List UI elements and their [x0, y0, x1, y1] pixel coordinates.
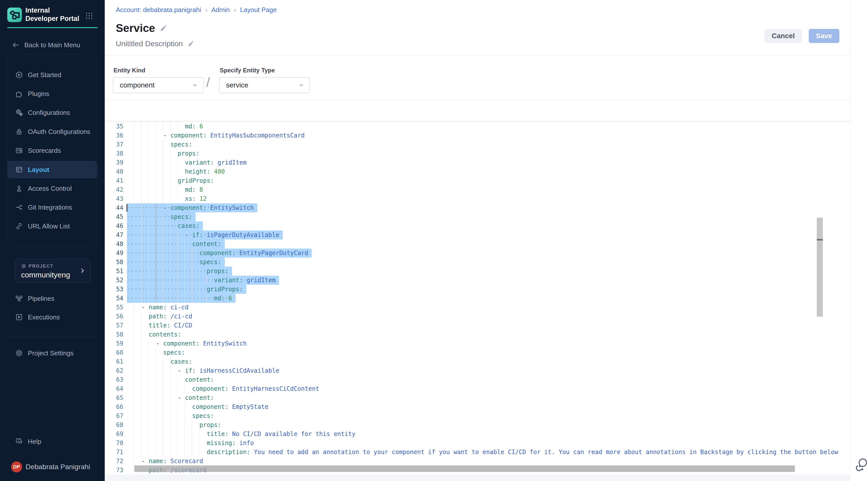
code-line[interactable]: 53······················gridProps:: [105, 285, 850, 294]
code-line[interactable]: 54························md:·6: [105, 294, 850, 303]
code-line[interactable]: 42 md: 8: [105, 185, 850, 194]
code-line[interactable]: 71 description: You need to add an annot…: [105, 448, 850, 457]
line-number: 46: [105, 221, 123, 231]
breadcrumb-separator-icon: ›: [205, 6, 208, 14]
sidebar-item-url-allow-list[interactable]: URL Allow List: [7, 217, 97, 236]
code-line[interactable]: 72 - name: Scorecard: [105, 457, 850, 466]
cancel-button[interactable]: Cancel: [765, 29, 802, 43]
line-number: 44: [105, 203, 123, 212]
code-line[interactable]: 64 component: EntityHarnessCiCdContent: [105, 384, 850, 393]
sidebar-item-project-settings[interactable]: Project Settings: [7, 344, 97, 362]
code-line[interactable]: 61 cases:: [105, 357, 850, 366]
code-line[interactable]: 47················-·if:·isPagerDutyAvail…: [105, 231, 850, 240]
code-line[interactable]: 51······················props:: [105, 267, 850, 276]
code-line[interactable]: 66 component: EmptyState: [105, 402, 850, 411]
breadcrumb-layout-page[interactable]: Layout Page: [240, 6, 277, 14]
line-number: 54: [105, 294, 123, 303]
code-line[interactable]: 63 content:: [105, 375, 850, 384]
user-name: Debabrata Panigrahi: [26, 463, 90, 471]
yaml-editor[interactable]: 35 md: 636 - component: EntityHasSubcomp…: [105, 121, 850, 475]
back-to-main-menu[interactable]: Back to Main Menu: [7, 39, 97, 51]
sidebar-divider: [7, 337, 97, 337]
code-line[interactable]: 39 variant: gridItem: [105, 158, 850, 167]
code-line[interactable]: 48··················content:: [105, 240, 850, 248]
svg-text:?: ?: [18, 439, 19, 442]
code-line[interactable]: 67 specs:: [105, 411, 850, 420]
code-line[interactable]: 37 specs:: [105, 140, 850, 149]
breadcrumb-admin[interactable]: Admin: [211, 6, 230, 14]
code-line[interactable]: 50····················specs:: [105, 258, 850, 267]
line-number: 60: [105, 348, 123, 357]
line-number: 52: [105, 276, 123, 285]
code-line[interactable]: 65 - content:: [105, 393, 850, 402]
sidebar-item-oauth-configurations[interactable]: OAuth Configurations: [7, 122, 97, 141]
edit-title-icon[interactable]: [160, 24, 167, 32]
code-line[interactable]: 49····················component:·EntityP…: [105, 248, 850, 258]
code-line[interactable]: 43 xs: 12: [105, 194, 850, 203]
page-description: Unititled Description: [116, 39, 183, 48]
edit-description-icon[interactable]: [187, 40, 194, 47]
line-number: 72: [105, 457, 123, 466]
user-menu[interactable]: DP Debabrata Panigrahi: [7, 461, 97, 473]
code-line[interactable]: 35 md: 6: [105, 122, 850, 131]
sidebar-item-label: Project Settings: [28, 349, 73, 357]
sidebar-item-executions[interactable]: Executions: [7, 308, 97, 326]
sidebar-item-help[interactable]: ? Help: [7, 432, 97, 451]
code-line[interactable]: 62 - if: isHarnessCiCdAvailable: [105, 366, 850, 375]
breadcrumb-account[interactable]: Account: debabrata.panigrahi: [116, 6, 201, 14]
line-number: 51: [105, 267, 123, 276]
sidebar-item-scorecards[interactable]: Scorecards: [7, 141, 97, 160]
line-number: 69: [105, 429, 123, 439]
code-line[interactable]: 69 title: No CI/CD available for this en…: [105, 429, 850, 439]
code-line[interactable]: 41 gridProps:: [105, 176, 850, 185]
sidebar-item-plugins[interactable]: Plugins: [7, 85, 97, 103]
sidebar-item-label: Help: [28, 438, 41, 446]
sidebar-item-access-control[interactable]: Access Control: [7, 179, 97, 198]
code-line[interactable]: 40 height: 400: [105, 167, 850, 176]
line-number: 47: [105, 231, 123, 240]
chevron-down-icon: [298, 82, 304, 88]
sidebar-item-label: Pipelines: [28, 295, 55, 303]
sidebar-item-configurations[interactable]: Configurations: [7, 103, 97, 122]
code-line[interactable]: 70 missing: info: [105, 439, 850, 448]
app-switcher-icon[interactable]: [85, 11, 93, 20]
code-line[interactable]: 60 specs:: [105, 348, 850, 357]
code-line[interactable]: 44··········-·component:·EntitySwitch: [105, 203, 850, 212]
code-line[interactable]: 57 title: CI/CD: [105, 321, 850, 330]
teal-divider: [7, 27, 97, 28]
horizontal-scrollbar[interactable]: [134, 465, 795, 472]
code-line[interactable]: 55 - name: ci-cd: [105, 303, 850, 312]
line-number: 40: [105, 167, 123, 176]
code-line[interactable]: 58 contents:: [105, 330, 850, 339]
project-selector[interactable]: PROJECT communityeng: [15, 259, 90, 282]
sidebar: Internal Developer Portal Back to Main M…: [0, 0, 105, 481]
vertical-scrollbar[interactable]: [817, 218, 823, 317]
sidebar-item-layout[interactable]: Layout: [7, 161, 97, 178]
entity-type-label: Specify Entity Type: [220, 67, 275, 74]
save-button[interactable]: Save: [809, 29, 839, 43]
code-line[interactable]: 59 - component: EntitySwitch: [105, 339, 850, 348]
text-cursor: [127, 204, 127, 212]
entity-type-select[interactable]: service: [219, 77, 310, 93]
support-chat-icon[interactable]: [855, 457, 868, 473]
code-line[interactable]: 38 props:: [105, 149, 850, 158]
entity-kind-select[interactable]: component: [113, 77, 204, 93]
plugin-icon: [15, 89, 23, 98]
project-name: communityeng: [21, 271, 70, 279]
code-line[interactable]: 45············specs:: [105, 212, 850, 221]
code-line[interactable]: 36 - component: EntityHasSubcomponentsCa…: [105, 131, 850, 140]
code-line[interactable]: 68 props:: [105, 420, 850, 429]
sidebar-item-git-integrations[interactable]: Git Integrations: [7, 198, 97, 217]
code-line[interactable]: 56 path: /ci-cd: [105, 312, 850, 321]
page-bottom-strip: [105, 475, 850, 481]
sidebar-item-label: Plugins: [28, 90, 49, 98]
panel-right-border: [850, 0, 850, 481]
line-number: 56: [105, 312, 123, 321]
line-number: 70: [105, 439, 123, 448]
active-indent-guide: [156, 203, 156, 303]
sidebar-item-get-started[interactable]: Get Started: [7, 66, 97, 84]
link-icon: [15, 222, 23, 231]
code-line[interactable]: 52························variant:·gridI…: [105, 276, 850, 285]
code-line[interactable]: 46··············cases:: [105, 221, 850, 231]
sidebar-item-pipelines[interactable]: Pipelines: [7, 289, 97, 308]
